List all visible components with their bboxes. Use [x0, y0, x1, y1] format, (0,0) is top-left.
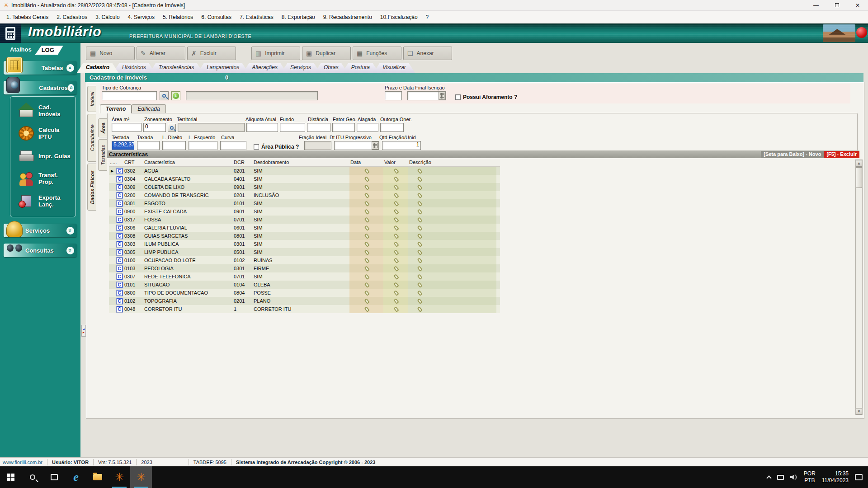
- zoneamento-search-button[interactable]: [168, 124, 176, 132]
- data-attachment-cell[interactable]: [349, 183, 383, 191]
- table-row[interactable]: C0306GALERIA FLUVIAL0601SIM: [109, 224, 500, 232]
- zoneamento-input[interactable]: 0: [143, 123, 166, 132]
- search-button[interactable]: [160, 91, 169, 100]
- table-row[interactable]: C0100OCUPACAO DO LOTE0102RUÍNAS: [109, 256, 500, 264]
- data-final-input[interactable]: [407, 91, 446, 100]
- area-publica-checkbox[interactable]: [254, 144, 259, 150]
- language-indicator[interactable]: PORPTB: [804, 470, 816, 484]
- l-direito-input[interactable]: [162, 141, 186, 150]
- data-attachment-cell[interactable]: [349, 256, 383, 264]
- task-view-button[interactable]: [43, 466, 65, 488]
- characteristic-type-cell[interactable]: C: [114, 175, 123, 183]
- valor-attachment-cell[interactable]: [383, 167, 408, 175]
- table-row[interactable]: ▶C0302AGUA0201SIM: [109, 167, 500, 175]
- data-attachment-cell[interactable]: [349, 207, 383, 216]
- characteristic-type-cell[interactable]: C: [114, 183, 123, 191]
- vtab-testadas[interactable]: Testadas: [98, 139, 107, 171]
- menu-item[interactable]: ?: [422, 12, 433, 22]
- tab-visualizar[interactable]: Visualizar: [373, 63, 415, 73]
- tab-postura[interactable]: Postura: [342, 63, 379, 73]
- tab-obras[interactable]: Obras: [315, 63, 348, 73]
- descricao-attachment-cell[interactable]: [408, 289, 496, 297]
- fator-geo-input[interactable]: [332, 123, 355, 132]
- data-attachment-cell[interactable]: [349, 175, 383, 183]
- scroll-up-icon[interactable]: ▲: [856, 160, 862, 167]
- chevron-up-icon[interactable]: »: [68, 84, 74, 92]
- toolbar-button-excluir[interactable]: ✗Excluir: [187, 47, 236, 60]
- header-data[interactable]: Data: [349, 160, 383, 166]
- valor-attachment-cell[interactable]: [383, 248, 408, 256]
- data-attachment-cell[interactable]: [349, 191, 383, 199]
- testada-input[interactable]: 5.292,37: [112, 141, 134, 150]
- notifications-icon[interactable]: [855, 474, 863, 480]
- descricao-attachment-cell[interactable]: [408, 167, 496, 175]
- table-row[interactable]: C0800TIPO DE DOCUMENTACAO0804POSSE: [109, 289, 500, 297]
- tab-lançamentos[interactable]: Lançamentos: [198, 63, 248, 73]
- descricao-attachment-cell[interactable]: [408, 207, 496, 216]
- data-attachment-cell[interactable]: [349, 216, 383, 224]
- toolbar-button-funções[interactable]: ▦Funções: [353, 47, 401, 60]
- descricao-attachment-cell[interactable]: [408, 272, 496, 281]
- tipo-cobranca-input[interactable]: [102, 91, 157, 100]
- file-explorer-button[interactable]: [87, 466, 108, 488]
- tab-serviços[interactable]: Serviços: [281, 63, 320, 73]
- calendar-icon[interactable]: [372, 141, 379, 150]
- toolbar-button-novo[interactable]: ▤Novo: [86, 47, 135, 60]
- tray-chevron-up-icon[interactable]: [766, 475, 771, 480]
- characteristic-type-cell[interactable]: C: [114, 289, 123, 297]
- menu-item[interactable]: 4. Serviços: [124, 12, 158, 22]
- toolbar-button-duplicar[interactable]: ▣Duplicar: [302, 47, 351, 60]
- header-descricao[interactable]: Descrição: [408, 160, 496, 166]
- minimize-button[interactable]: —: [806, 0, 826, 10]
- valor-attachment-cell[interactable]: [383, 281, 408, 289]
- data-attachment-cell[interactable]: [349, 297, 383, 305]
- start-button[interactable]: [0, 466, 22, 488]
- chevron-down-icon[interactable]: »: [66, 247, 74, 254]
- outorga-input[interactable]: [380, 123, 404, 132]
- close-button[interactable]: ✕: [847, 0, 868, 10]
- taxada-input[interactable]: [137, 141, 160, 150]
- characteristic-type-cell[interactable]: C: [114, 224, 123, 232]
- vtab-area[interactable]: Área: [98, 118, 107, 137]
- descricao-attachment-cell[interactable]: [408, 305, 496, 313]
- data-attachment-cell[interactable]: [349, 248, 383, 256]
- sidebar-item-impr-guias[interactable]: Impr. Guias: [12, 145, 74, 167]
- table-row[interactable]: C0102TOPOGRAFIA0201PLANO: [109, 297, 500, 305]
- menu-item[interactable]: 7. Estatísticas: [236, 12, 277, 22]
- characteristic-type-cell[interactable]: C: [114, 248, 123, 256]
- sidebar-group-cadastros[interactable]: Cadastros»: [4, 81, 77, 94]
- characteristic-type-cell[interactable]: C: [114, 297, 123, 305]
- internet-explorer-button[interactable]: e: [65, 466, 87, 488]
- descricao-attachment-cell[interactable]: [408, 281, 496, 289]
- header-crt[interactable]: CRT: [123, 160, 143, 166]
- descricao-attachment-cell[interactable]: [408, 183, 496, 191]
- menu-item[interactable]: 3. Cálculo: [92, 12, 123, 22]
- sidebar-item-calcula-iptu[interactable]: Calcula IPTU: [12, 122, 74, 145]
- fracao-ideal-input[interactable]: [304, 141, 331, 150]
- subtab-edificada[interactable]: Edificada: [132, 104, 165, 113]
- table-row[interactable]: C0309COLETA DE LIXO0901SIM: [109, 183, 500, 191]
- menu-item[interactable]: 5. Relatórios: [159, 12, 197, 22]
- clock[interactable]: 15:3511/04/2023: [822, 470, 849, 484]
- characteristic-type-cell[interactable]: C: [114, 272, 123, 281]
- valor-attachment-cell[interactable]: [383, 297, 408, 305]
- valor-attachment-cell[interactable]: [383, 191, 408, 199]
- chevron-down-icon[interactable]: »: [66, 64, 74, 72]
- data-attachment-cell[interactable]: [349, 199, 383, 207]
- toolbar-button-anexar[interactable]: ❏Anexar: [403, 47, 452, 60]
- characteristic-type-cell[interactable]: C: [114, 207, 123, 216]
- table-row[interactable]: C0301ESGOTO0101SIM: [109, 199, 500, 207]
- calendar-icon[interactable]: [439, 92, 446, 100]
- distancia-input[interactable]: [307, 123, 330, 132]
- dt-itu-input[interactable]: [334, 141, 379, 150]
- taskbar-search-button[interactable]: [22, 466, 43, 488]
- qtd-fracao-input[interactable]: 1: [382, 141, 421, 150]
- l-esquerdo-input[interactable]: [189, 141, 217, 150]
- characteristic-type-cell[interactable]: C: [114, 232, 123, 240]
- characteristic-type-cell[interactable]: C: [114, 281, 123, 289]
- tab-cadastro[interactable]: Cadastro: [77, 63, 118, 73]
- valor-attachment-cell[interactable]: [383, 264, 408, 272]
- descricao-attachment-cell[interactable]: [408, 297, 496, 305]
- network-icon[interactable]: [777, 475, 784, 480]
- data-attachment-cell[interactable]: [349, 305, 383, 313]
